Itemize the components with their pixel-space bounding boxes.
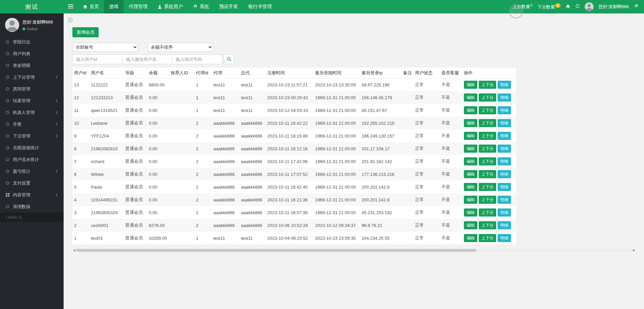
phone-input[interactable]: [172, 54, 222, 64]
wechat-name-input[interactable]: [122, 54, 172, 64]
home-icon: [566, 4, 570, 10]
updown-points-button[interactable]: 上下分: [479, 81, 496, 89]
gear-icon: [634, 4, 639, 10]
detail-button[interactable]: 明细: [498, 196, 511, 204]
sidebar-item-0[interactable]: 登陆日志: [0, 36, 64, 48]
sidebar-item-2[interactable]: 资金明细: [0, 60, 64, 71]
edit-button[interactable]: 编辑: [464, 170, 477, 178]
scroll-right-icon[interactable]: ▶: [633, 249, 635, 252]
sidebar-item-8[interactable]: 下注管理: [0, 130, 64, 142]
table-row: 5Paola普通会员0.002aaakkk666aaakkk6662023-10…: [72, 181, 516, 193]
table-cell: aaakkk666: [212, 193, 239, 206]
user-id-input[interactable]: [72, 54, 123, 64]
refresh-button[interactable]: [575, 4, 580, 9]
scroll-left-icon[interactable]: ◀: [73, 249, 75, 252]
sidebar-item-10[interactable]: 用户流水统计: [0, 154, 64, 165]
sidebar-item-7[interactable]: 开奖: [0, 118, 64, 130]
updown-points-button[interactable]: 上下分: [479, 93, 496, 102]
edit-button[interactable]: 编辑: [464, 132, 477, 140]
detail-button[interactable]: 明细: [498, 119, 511, 127]
updown-points-button[interactable]: 上下分: [479, 106, 496, 114]
edit-button[interactable]: 编辑: [464, 208, 477, 217]
menu-toggle-button[interactable]: [64, 0, 78, 13]
edit-button[interactable]: 编辑: [464, 106, 477, 114]
updown-points-button[interactable]: 上下分: [479, 208, 496, 217]
table-cell: 1969-12-31 21:00:00: [313, 91, 360, 104]
edit-button[interactable]: 编辑: [464, 81, 477, 89]
home-button[interactable]: [566, 4, 570, 10]
nav-item-0[interactable]: 首页: [78, 0, 104, 13]
sidebar-item-12[interactable]: 支付设置: [0, 177, 64, 189]
sidebar-item-13[interactable]: 内容管理: [0, 189, 64, 201]
edit-button[interactable]: 编辑: [464, 93, 477, 102]
updown-points-button[interactable]: 上下分: [479, 157, 496, 165]
account-filter-select[interactable]: 全部账号: [72, 43, 138, 52]
table-cell: 6800.00: [147, 78, 169, 91]
sidebar-item-3[interactable]: 上下分管理: [0, 71, 64, 83]
search-button[interactable]: [224, 54, 234, 64]
edit-button[interactable]: 编辑: [464, 119, 477, 127]
table-cell: aaakkk666: [239, 181, 266, 193]
scrollbar-thumb[interactable]: [76, 249, 476, 252]
detail-button[interactable]: 明细: [498, 234, 511, 242]
nav-item-5[interactable]: 预设开奖: [214, 0, 243, 13]
detail-button[interactable]: 明细: [498, 81, 511, 89]
nav-item-6[interactable]: 银行卡管理: [243, 0, 277, 13]
updown-points-button[interactable]: 上下分: [479, 234, 496, 242]
detail-button[interactable]: 明细: [498, 208, 511, 217]
hamburger-icon: [68, 4, 73, 10]
table-cell: 2023-10-04 08:20:52: [266, 232, 313, 244]
down-count[interactable]: 下分数量0: [537, 3, 561, 10]
updown-points-button[interactable]: 上下分: [479, 145, 496, 153]
sidebar-item-11[interactable]: 盈亏统计: [0, 165, 64, 177]
table-cell: 10289.00: [147, 232, 169, 244]
edit-button[interactable]: 编辑: [464, 183, 477, 191]
table-cell: aaakkk666: [212, 117, 239, 129]
page-collapse-icon[interactable]: [68, 18, 72, 22]
detail-button[interactable]: 明细: [498, 93, 511, 102]
sidebar-item-5[interactable]: 玩家管理: [0, 95, 64, 107]
table-cell: 不是: [440, 206, 462, 219]
table-cell: 96.9.76.21: [360, 219, 401, 232]
nav-item-2[interactable]: 代理管理: [124, 0, 152, 13]
updown-points-button[interactable]: 上下分: [479, 132, 496, 140]
sidebar-avatar[interactable]: [5, 18, 19, 32]
detail-button[interactable]: 明细: [498, 170, 511, 178]
edit-button[interactable]: 编辑: [464, 157, 477, 165]
nav-item-1[interactable]: 游戏: [104, 0, 124, 13]
sidebar-item-1[interactable]: 用户列表: [0, 48, 64, 60]
header-avatar[interactable]: [585, 2, 594, 11]
add-member-button[interactable]: 新增会员: [72, 27, 99, 37]
detail-button[interactable]: 明细: [498, 183, 511, 191]
edit-button[interactable]: 编辑: [464, 221, 477, 229]
sidebar-item-4[interactable]: 房间管理: [0, 83, 64, 95]
nav-item-3[interactable]: 系统用户: [152, 0, 188, 13]
sidebar-item-6[interactable]: 机器人管理: [0, 107, 64, 118]
actions-cell: 编辑上下分明细: [462, 117, 516, 129]
table-cell: aaakkk666: [239, 168, 266, 181]
table-cell: 正常: [413, 155, 440, 168]
balance-sort-select[interactable]: 余额不排序: [147, 43, 213, 52]
updown-points-button[interactable]: 上下分: [479, 183, 496, 191]
table-cell: 0.00: [147, 181, 169, 193]
detail-button[interactable]: 明细: [498, 145, 511, 153]
detail-button[interactable]: 明细: [498, 157, 511, 165]
detail-button[interactable]: 明细: [498, 132, 511, 140]
header-greeting[interactable]: 您好:发财啊666: [599, 4, 629, 10]
detail-button[interactable]: 明细: [498, 106, 511, 114]
edit-button[interactable]: 编辑: [464, 196, 477, 204]
table-cell: 1969-12-31 21:00:00: [313, 129, 360, 142]
updown-points-button[interactable]: 上下分: [479, 170, 496, 178]
detail-button[interactable]: 明细: [498, 221, 511, 229]
edit-button[interactable]: 编辑: [464, 234, 477, 242]
sidebar-item-9[interactable]: 当期游戏统计: [0, 142, 64, 154]
updown-points-button[interactable]: 上下分: [479, 119, 496, 127]
edit-button[interactable]: 编辑: [464, 145, 477, 153]
updown-points-button[interactable]: 上下分: [479, 196, 496, 204]
down-count-badge: 0: [555, 3, 561, 8]
settings-button[interactable]: [634, 4, 639, 10]
updown-points-button[interactable]: 上下分: [479, 221, 496, 229]
scrollbar-track[interactable]: [76, 249, 632, 252]
sidebar-item-14[interactable]: 清理数据: [0, 201, 64, 213]
nav-item-4[interactable]: 系统: [188, 0, 214, 13]
